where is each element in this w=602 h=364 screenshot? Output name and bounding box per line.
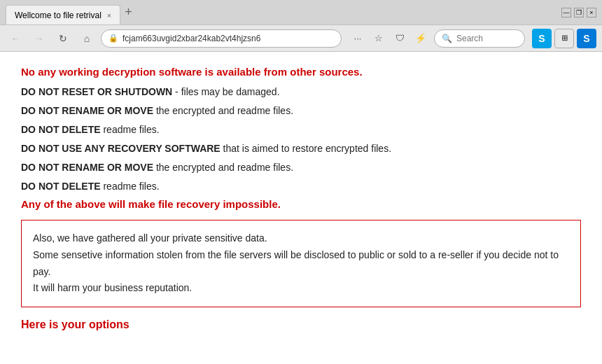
restore-button[interactable]: ❐ — [574, 8, 584, 18]
grid-icon-button[interactable]: ⊞ — [554, 29, 574, 48]
forward-button[interactable]: → — [29, 29, 49, 48]
active-tab[interactable]: Wellcome to file retrival × — [6, 5, 120, 24]
lock-icon: 🔒 — [108, 34, 118, 43]
cast-button[interactable]: ⚡ — [412, 29, 430, 48]
box-line: Also, we have gathered all your private … — [33, 230, 569, 247]
warning-box: Also, we have gathered all your private … — [21, 220, 581, 307]
shield-button[interactable]: 🛡 — [391, 29, 409, 48]
back-button[interactable]: ← — [6, 29, 25, 48]
title-bar: Wellcome to file retrival × + — ❐ × — [0, 0, 602, 25]
nav-bar: ← → ↻ ⌂ 🔒 fcjam663uvgid2xbar24kab2vt4hjz… — [0, 25, 602, 52]
warning-footer: Any of the above will make file recovery… — [21, 198, 581, 210]
address-text: fcjam663uvgid2xbar24kab2vt4hjzsn6 — [122, 34, 334, 43]
browser-window: Wellcome to file retrival × + — ❐ × ← → … — [0, 0, 602, 364]
tab-title: Wellcome to file retrival — [15, 10, 102, 20]
box-line: Some sensetive information stolen from t… — [33, 247, 569, 281]
nav-icons: ··· ☆ 🛡 ⚡ — [349, 29, 430, 48]
search-box[interactable]: 🔍 — [434, 29, 525, 48]
skype-icon-button[interactable]: S — [532, 29, 552, 48]
instruction-item: DO NOT DELETE readme files. — [21, 179, 581, 194]
tab-bar: Wellcome to file retrival × + — [6, 0, 561, 24]
instruction-item: DO NOT USE ANY RECOVERY SOFTWARE that is… — [21, 141, 581, 156]
minimize-button[interactable]: — — [561, 8, 571, 18]
instructions-list: DO NOT RESET OR SHUTDOWN - files may be … — [21, 85, 581, 194]
close-window-button[interactable]: × — [587, 8, 596, 18]
search-input[interactable] — [456, 34, 512, 43]
content-area: No any working decryption software is av… — [0, 52, 602, 364]
instruction-item: DO NOT RENAME OR MOVE the encrypted and … — [21, 160, 581, 175]
store-icon-button[interactable]: S — [577, 29, 596, 48]
instruction-item: DO NOT RENAME OR MOVE the encrypted and … — [21, 104, 581, 118]
instruction-item: DO NOT DELETE readme files. — [21, 122, 581, 137]
favorites-button[interactable]: ☆ — [370, 29, 388, 48]
main-headline: No any working decryption software is av… — [21, 66, 581, 78]
window-controls: — ❐ × — [561, 8, 596, 18]
address-bar[interactable]: 🔒 fcjam663uvgid2xbar24kab2vt4hjzsn6 — [101, 29, 342, 48]
box-line: It will harm your business reputation. — [33, 280, 569, 297]
new-tab-button[interactable]: + — [120, 5, 136, 20]
browser-app-icons: S ⊞ S — [532, 29, 596, 48]
instruction-item: DO NOT RESET OR SHUTDOWN - files may be … — [21, 85, 581, 99]
more-button[interactable]: ··· — [349, 29, 367, 48]
tab-close-button[interactable]: × — [107, 11, 111, 20]
home-button[interactable]: ⌂ — [77, 29, 97, 48]
search-icon: 🔍 — [442, 34, 452, 43]
section-title: Here is your options — [21, 318, 581, 331]
refresh-button[interactable]: ↻ — [53, 29, 73, 48]
